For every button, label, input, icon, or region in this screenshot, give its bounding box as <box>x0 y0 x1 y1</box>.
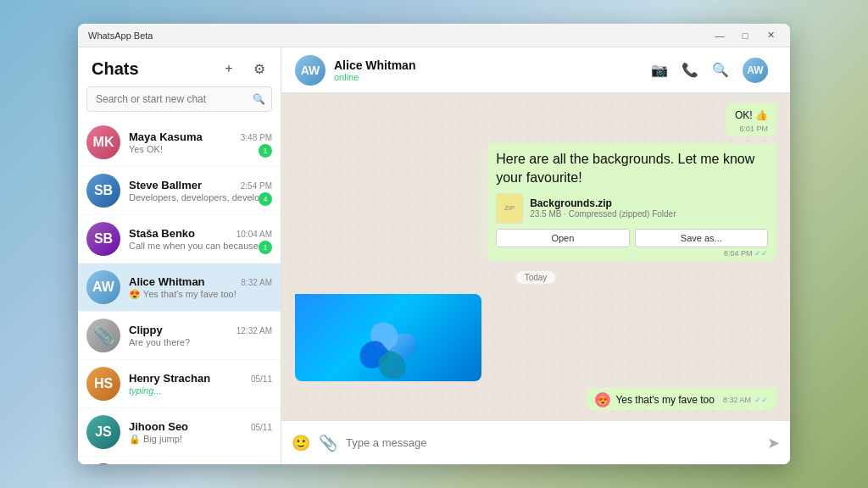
chat-list: MK Maya Kasuma 3:48 PM Yes OK! 1 SB <box>78 119 281 464</box>
settings-button[interactable]: ⚙ <box>248 58 270 80</box>
list-item[interactable]: JS Jihoon Seo 05/11 🔒 Big jump! <box>78 408 281 457</box>
message-meta: 6:01 PM <box>735 125 768 133</box>
chat-info: Clippy 12:32 AM Are you there? <box>129 324 272 347</box>
chat-info: Jihoon Seo 05/11 🔒 Big jump! <box>129 420 272 445</box>
chat-name: Maya Kasuma <box>129 130 203 143</box>
file-name: Backgrounds.zip <box>530 197 676 209</box>
app-title: WhatsApp Beta <box>88 30 153 41</box>
sidebar-header: Chats + ⚙ <box>78 47 281 86</box>
chat-name: Jihoon Seo <box>129 420 188 433</box>
avatar: BBC <box>86 463 120 464</box>
attach-file-icon[interactable]: 📎 <box>319 434 337 452</box>
sidebar: Chats + ⚙ 🔍 MK Maya Kasuma 3:48 PM <box>78 47 281 464</box>
chat-preview: Developers, developers, develo... <box>129 192 272 202</box>
search-bar: 🔍 <box>86 86 272 112</box>
open-file-button[interactable]: Open <box>496 229 629 247</box>
search-icon: 🔍 <box>253 93 265 105</box>
chat-header-actions: 📷 📞 🔍 AW <box>651 58 776 83</box>
chat-area: AW Alice Whitman online 📷 📞 🔍 AW OK! 👍 6 <box>281 47 790 464</box>
message-input[interactable] <box>346 436 759 449</box>
video-call-icon[interactable]: 📷 <box>651 62 668 78</box>
chat-preview: Yes OK! <box>129 144 272 154</box>
list-item[interactable]: 📎 Clippy 12:32 AM Are you there? <box>78 312 281 360</box>
windows-logo-icon <box>354 317 422 381</box>
message-bubble: Here are all the backgrounds. Let me kno… <box>487 143 776 261</box>
reaction-emoji: 😍 <box>595 392 610 408</box>
message-time: 8:32 AM <box>723 396 751 404</box>
avatar: JS <box>86 415 120 449</box>
read-receipt-icon: ✓✓ <box>754 396 768 404</box>
chat-name: Alice Whitman <box>129 275 205 288</box>
message-text: OK! 👍 <box>735 108 768 123</box>
chat-header: AW Alice Whitman online 📷 📞 🔍 AW <box>281 47 790 93</box>
main-content: Chats + ⚙ 🔍 MK Maya Kasuma 3:48 PM <box>78 47 790 464</box>
file-info: ZIP Backgrounds.zip 23.5 MB · Compressed… <box>496 193 768 224</box>
app-window: WhatsApp Beta — □ ✕ Chats + ⚙ 🔍 <box>78 24 790 464</box>
window-controls: — □ ✕ <box>707 26 783 45</box>
new-chat-button[interactable]: + <box>218 58 240 80</box>
emoji-picker-icon[interactable]: 🙂 <box>292 434 310 452</box>
file-details: Backgrounds.zip 23.5 MB · Compressed (zi… <box>530 197 676 219</box>
chat-header-avatar: AW <box>295 55 326 86</box>
date-divider: Today <box>516 271 556 284</box>
message-bubble: OK! 👍 6:01 PM <box>726 103 776 136</box>
chat-time: 2:54 PM <box>241 181 272 191</box>
message-text: Yes that's my fave too <box>615 393 715 408</box>
chat-top: Alice Whitman 8:32 AM <box>129 275 272 288</box>
chat-name: Henry Strachan <box>129 372 210 385</box>
close-button[interactable]: ✕ <box>758 26 783 45</box>
chat-contact-status: online <box>334 72 651 82</box>
chat-top: Maya Kasuma 3:48 PM <box>129 130 272 143</box>
avatar: AW <box>86 270 120 304</box>
search-input[interactable] <box>86 86 272 112</box>
contact-avatar-header: AW <box>743 58 768 83</box>
send-button[interactable]: ➤ <box>767 434 780 452</box>
image-preview <box>295 294 481 381</box>
avatar: SB <box>86 222 120 256</box>
message-text: Here are all the backgrounds. Let me kno… <box>496 150 768 188</box>
list-item[interactable]: BBC Big Bakes Club 05/11 Rebecca: Yum! I… <box>78 457 281 464</box>
chat-top: Clippy 12:32 AM <box>129 324 272 336</box>
chat-name: Staša Benko <box>129 227 195 240</box>
chat-time: 8:32 AM <box>241 278 272 287</box>
save-as-button[interactable]: Save as... <box>635 229 768 247</box>
sidebar-header-icons: + ⚙ <box>218 58 270 80</box>
chat-input-bar: 🙂 📎 ➤ <box>281 420 790 464</box>
chat-info: Steve Ballmer 2:54 PM Developers, develo… <box>129 179 272 202</box>
minimize-button[interactable]: — <box>707 26 732 45</box>
file-size: 23.5 MB · Compressed (zipped) Folder <box>530 209 676 219</box>
avatar: 📎 <box>86 319 120 352</box>
maximize-button[interactable]: □ <box>732 26 758 45</box>
message-meta: 6:04 PM ✓✓ <box>496 249 768 258</box>
chat-preview: Call me when you can because... <box>129 241 272 251</box>
chat-top: Jihoon Seo 05/11 <box>129 420 272 433</box>
list-item[interactable]: HS Henry Strachan 05/11 typing... <box>78 360 281 408</box>
chat-preview: 😍 Yes that's my fave too! <box>129 289 272 300</box>
chat-time: 3:48 PM <box>241 133 272 142</box>
list-item[interactable]: AW Alice Whitman 8:32 AM 😍 Yes that's my… <box>78 263 281 312</box>
read-receipt-icon: ✓✓ <box>754 249 768 258</box>
list-item[interactable]: SB Steve Ballmer 2:54 PM Developers, dev… <box>78 167 281 215</box>
list-item[interactable]: SB Staša Benko 10:04 AM Call me when you… <box>78 215 281 263</box>
chat-search-icon[interactable]: 🔍 <box>712 62 729 78</box>
chat-name: Clippy <box>129 324 163 336</box>
chat-top: Steve Ballmer 2:54 PM <box>129 179 272 191</box>
chat-time: 05/11 <box>251 374 272 384</box>
chat-info: Staša Benko 10:04 AM Call me when you ca… <box>129 227 272 251</box>
chat-info: Alice Whitman 8:32 AM 😍 Yes that's my fa… <box>129 275 272 300</box>
message-bubble: 😍 Yes that's my fave too 8:32 AM ✓✓ <box>587 388 776 410</box>
voice-call-icon[interactable]: 📞 <box>682 62 698 78</box>
chat-preview: typing... <box>129 385 272 396</box>
file-icon: ZIP <box>496 193 523 224</box>
chat-top: Henry Strachan 05/11 <box>129 372 272 385</box>
chat-time: 12:32 AM <box>236 326 272 336</box>
title-bar: WhatsApp Beta — □ ✕ <box>78 24 790 47</box>
list-item[interactable]: MK Maya Kasuma 3:48 PM Yes OK! 1 <box>78 119 281 167</box>
chat-preview: Are you there? <box>129 337 272 347</box>
avatar: MK <box>86 125 120 159</box>
messages-list: OK! 👍 6:01 PM Here are all the backgroun… <box>281 93 790 420</box>
unread-badge: 4 <box>259 192 272 206</box>
avatar: HS <box>86 367 120 401</box>
chat-name: Steve Ballmer <box>129 179 202 191</box>
unread-badge: 1 <box>259 241 272 254</box>
